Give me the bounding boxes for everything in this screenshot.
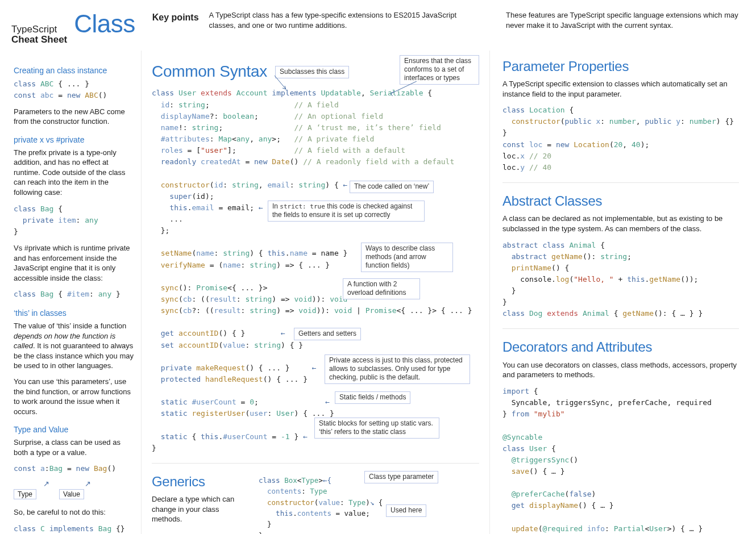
create-desc: Parameters to the new ABC come from the … xyxy=(14,107,135,127)
key-points: Key points A TypeScript class has a few … xyxy=(152,7,482,30)
annotation-static-block: Static blocks for setting up static vars… xyxy=(314,418,439,439)
annotation-type-box: Type xyxy=(14,489,36,499)
heading-abstract: Abstract Classes xyxy=(502,192,739,210)
annotation-overload: A function with 2 overload definitions xyxy=(343,278,420,299)
middle-column: Common Syntax Subclasses this class Ensu… xyxy=(141,51,490,534)
code-typeval-2: class C implements Bag {} xyxy=(14,523,135,534)
heading-type-value: Type and Value xyxy=(14,424,135,435)
private-desc-1: The prefix private is a type-only additi… xyxy=(14,148,135,198)
typeval-desc-1: Surprise, a class can be used as both a … xyxy=(14,437,135,457)
code-create-instance: class ABC { ... } const abc = new ABC() xyxy=(14,78,135,101)
private-desc-2: Vs #private which is runtime private and… xyxy=(14,243,135,283)
annotation-new: The code called on ‘new’ xyxy=(350,181,434,193)
code-private-2: class Bag { #item: any } xyxy=(14,289,135,300)
heading-decorators: Decorators and Attributes xyxy=(502,338,739,356)
svg-line-0 xyxy=(275,76,286,89)
header-note: These features are TypeScript specific l… xyxy=(506,10,745,30)
this-desc-1: The value of ‘this’ inside a function de… xyxy=(14,321,135,371)
annotation-conforms: Ensures that the class conforms to a set… xyxy=(400,55,479,85)
heading-private: private x vs #private xyxy=(14,135,135,145)
code-param-props: class Location { constructor(public x: n… xyxy=(502,105,739,173)
generics-desc: Declare a type which can change in your … xyxy=(152,494,248,524)
annotation-value-box: Value xyxy=(59,489,84,499)
param-props-desc: A TypeScript specific extension to class… xyxy=(502,79,739,99)
annotation-getset: Getters and setters xyxy=(294,328,361,340)
heading-common-syntax: Common Syntax xyxy=(152,61,267,82)
logo-title: Class xyxy=(74,7,135,40)
abstract-desc: A class can be declared as not implement… xyxy=(502,214,739,233)
arrow-icon xyxy=(271,76,286,93)
code-abstract: abstract class Animal { abstract getName… xyxy=(502,240,739,320)
logo-subtitle: TypeScriptCheat Sheet xyxy=(11,24,67,45)
svg-line-1 xyxy=(391,81,417,94)
heading-generics: Generics xyxy=(152,473,248,491)
annotation-static: Static fields / methods xyxy=(335,391,410,404)
typeval-desc-2: So, be careful to not do this: xyxy=(14,507,135,518)
left-column: Creating an class instance class ABC { .… xyxy=(0,51,141,534)
code-private-1: class Bag { private item: any } xyxy=(14,203,135,237)
logo: TypeScriptCheat Sheet Class xyxy=(11,7,135,45)
decorators-desc: You can use decorators on classes, class… xyxy=(502,360,739,380)
annotation-subclasses: Subclasses this class xyxy=(275,66,349,78)
right-column: Parameter Properties A TypeScript specif… xyxy=(490,51,756,534)
arrow-icon xyxy=(388,81,417,96)
this-desc-2: You can use ‘this parameters’, use the b… xyxy=(14,377,135,416)
annotation-access: Private access is just to this class, pr… xyxy=(325,354,470,384)
annotation-class-type-param: Class type parameter xyxy=(364,471,438,483)
heading-create-instance: Creating an class instance xyxy=(14,65,135,76)
heading-param-props: Parameter Properties xyxy=(502,57,739,76)
annotation-strict: In strict: true this code is checked aga… xyxy=(268,201,425,222)
heading-this: ‘this’ in classes xyxy=(14,308,135,319)
annotation-used-here: Used here xyxy=(386,504,426,517)
annotation-methods: Ways to describe class methods (and arro… xyxy=(361,243,453,272)
code-typeval: const a:Bag = new Bag() xyxy=(14,463,135,474)
code-generics: class Box<Type>←{ contents: Type constru… xyxy=(259,475,479,534)
page-header: TypeScriptCheat Sheet Class Key points A… xyxy=(0,0,756,51)
key-points-desc: A TypeScript class has a few type-specif… xyxy=(209,10,482,30)
key-points-label: Key points xyxy=(152,11,199,24)
code-decorators: import { Syncable, triggersSync, preferC… xyxy=(502,386,739,534)
